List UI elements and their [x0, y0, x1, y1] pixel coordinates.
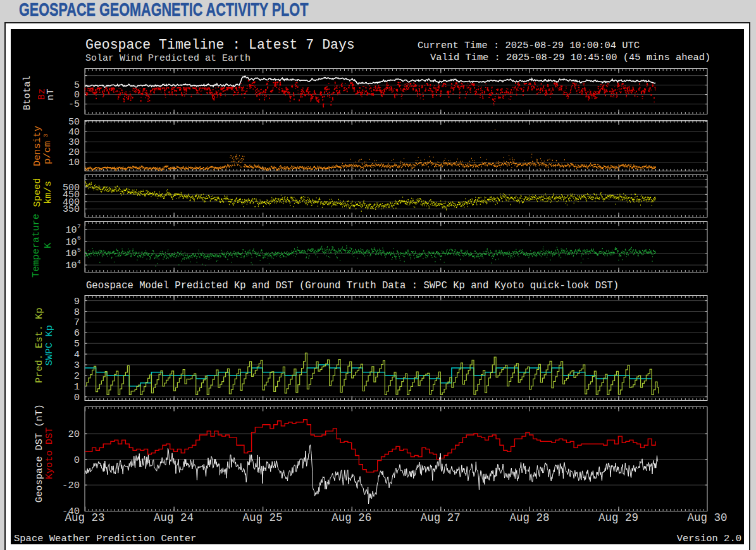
svg-text:K: K [42, 242, 54, 248]
svg-text:20: 20 [68, 147, 80, 158]
svg-text:Aug 26: Aug 26 [332, 511, 371, 524]
svg-text:Aug 30: Aug 30 [687, 511, 727, 524]
svg-text:Kyoto DST: Kyoto DST [44, 427, 55, 480]
svg-text:Aug 25: Aug 25 [243, 511, 283, 524]
svg-text:10: 10 [65, 248, 77, 259]
svg-text:-20: -20 [62, 480, 80, 491]
svg-text:10: 10 [65, 260, 77, 271]
svg-text:Aug 24: Aug 24 [154, 511, 194, 524]
svg-text:Geospace DST (nT): Geospace DST (nT) [34, 404, 45, 503]
svg-text:4: 4 [77, 259, 81, 266]
svg-text:6: 6 [74, 327, 80, 339]
svg-text:10: 10 [65, 237, 77, 248]
svg-text:Btotal: Btotal [22, 75, 33, 110]
svg-text:350: 350 [63, 204, 80, 215]
svg-text:p/cm: p/cm [42, 141, 54, 164]
svg-text:nT: nT [45, 89, 56, 100]
svg-text:1: 1 [74, 381, 80, 393]
svg-text:Aug 28: Aug 28 [509, 511, 549, 524]
svg-text:20: 20 [68, 429, 80, 440]
svg-text:Aug 23: Aug 23 [65, 511, 104, 524]
svg-text:Space Weather Prediction Cente: Space Weather Prediction Center [14, 533, 196, 544]
svg-text:2: 2 [74, 370, 80, 382]
svg-text:50: 50 [68, 117, 80, 128]
svg-text:0: 0 [74, 455, 80, 466]
svg-text:Aug 27: Aug 27 [421, 511, 461, 524]
svg-text:Aug 29: Aug 29 [598, 511, 638, 524]
svg-text:km/s: km/s [42, 181, 54, 204]
svg-text:5: 5 [74, 338, 80, 350]
svg-text:Geospace Timeline : Latest 7 D: Geospace Timeline : Latest 7 Days [85, 37, 355, 52]
svg-text:5: 5 [77, 247, 81, 254]
svg-text:9: 9 [74, 296, 80, 307]
svg-text:Speed: Speed [32, 178, 43, 207]
svg-text:6: 6 [77, 235, 81, 241]
svg-text:10: 10 [65, 225, 77, 236]
svg-text:3: 3 [74, 360, 80, 371]
svg-text:Solar Wind Predicted at Earth: Solar Wind Predicted at Earth [85, 53, 251, 64]
svg-text:Geospace Model Predicted Kp an: Geospace Model Predicted Kp and DST (Gro… [86, 280, 619, 291]
svg-text:0: 0 [74, 392, 80, 403]
svg-text:7: 7 [77, 223, 81, 230]
svg-text:30: 30 [68, 137, 80, 148]
svg-text:8: 8 [74, 307, 80, 318]
svg-text:40: 40 [68, 127, 80, 138]
svg-text:10: 10 [68, 157, 80, 168]
svg-text:4: 4 [74, 349, 80, 360]
svg-text:Temperature: Temperature [30, 214, 42, 278]
svg-text:Current Time : 2025-08-29 10:0: Current Time : 2025-08-29 10:00:04 UTC [418, 40, 640, 51]
svg-text:Version 2.0: Version 2.0 [677, 533, 741, 544]
svg-text:7: 7 [74, 317, 80, 328]
svg-text:SWPC Kp: SWPC Kp [44, 325, 55, 365]
svg-text:Valid Time : 2025-08-29 10:45:: Valid Time : 2025-08-29 10:45:00 (45 min… [430, 52, 710, 63]
svg-text:3: 3 [42, 133, 49, 137]
svg-text:-5: -5 [68, 99, 80, 110]
